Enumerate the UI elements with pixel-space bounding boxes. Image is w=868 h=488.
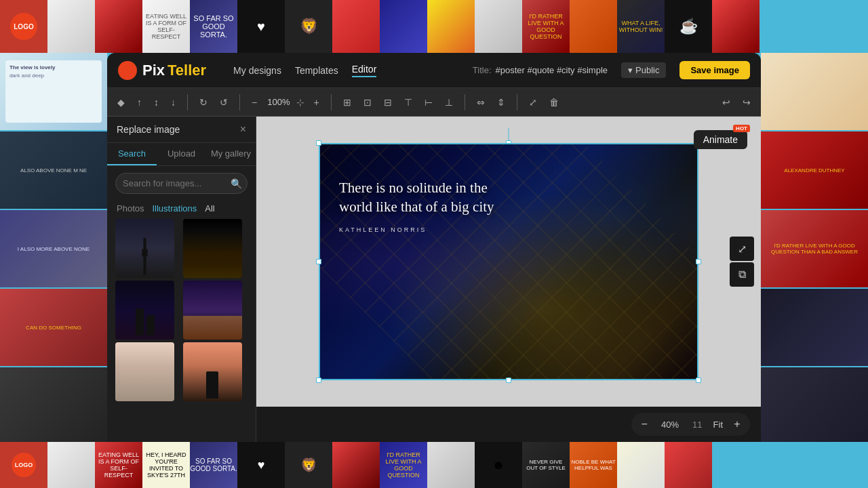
toolbar-undo[interactable]: ↩ xyxy=(719,95,734,110)
thumb-4[interactable] xyxy=(183,281,242,340)
image-grid xyxy=(107,219,256,401)
toolbar-zoom-plus-btn[interactable]: + xyxy=(310,95,322,110)
thumb-1[interactable] xyxy=(115,219,174,278)
zoom-minus-btn[interactable]: − xyxy=(635,415,653,433)
top-banner: LOGO EATING WELL IS A FORM OF SELF-RESPE… xyxy=(0,0,868,53)
bottom-item-5: ♥ xyxy=(237,442,285,488)
toolbar-expand[interactable]: ⤢ xyxy=(526,95,540,110)
bottom-item-3: HEY, I HEARD YOU'RE INVITED TO SKYE'S 27… xyxy=(142,442,190,488)
toolbar-flip-h[interactable]: ⇔ xyxy=(473,95,488,110)
replace-panel-title: Replace image xyxy=(117,124,180,135)
handle-top-left[interactable] xyxy=(316,140,321,146)
poster[interactable]: There is no solitude in the world like t… xyxy=(319,143,698,380)
toolbar-zoom-value: 100% xyxy=(267,97,290,107)
left-sidebar: The view is lovely dark and deep ALSO AB… xyxy=(0,53,107,442)
banner-item-12 xyxy=(570,0,617,53)
search-input[interactable] xyxy=(115,173,248,194)
toolbar-zoom-minus-btn[interactable]: − xyxy=(248,95,260,110)
tab-gallery[interactable]: My gallery xyxy=(206,143,256,165)
thumb-5[interactable] xyxy=(115,342,174,401)
search-box: 🔍 xyxy=(115,173,248,194)
bottom-item-8: I'D RATHER LIVE WITH A GOOD QUESTION xyxy=(380,442,427,488)
bottom-item-2: EATING WELL IS A FORM OF SELF-RESPECT xyxy=(95,442,142,488)
toolbar-align-mc[interactable]: ⊢ xyxy=(421,95,436,110)
toolbar-move-up-btn[interactable]: ↑ xyxy=(134,95,145,110)
handle-right-center[interactable] xyxy=(696,259,701,264)
toolbar-delete[interactable]: 🗑 xyxy=(546,95,562,110)
poster-wrapper: There is no solitude in the world like t… xyxy=(319,143,698,380)
bottom-item-12: NOBLE BE WHAT HELPFUL WAS xyxy=(570,442,617,488)
toolbar-shape-btn[interactable]: ◆ xyxy=(114,95,128,110)
toolbar-rotate-ccw-btn[interactable]: ↺ xyxy=(216,95,231,110)
nav-title-value: #poster #quote #city #simple xyxy=(496,65,608,75)
toolbar-align-tc[interactable]: ⊡ xyxy=(360,95,375,110)
banner-item-4: SO FAR SO GOOD SORTA. xyxy=(190,0,237,53)
filter-all[interactable]: All xyxy=(205,203,214,214)
canvas-crop-btn[interactable]: ⧉ xyxy=(730,262,754,287)
left-sidebar-item-5 xyxy=(0,367,107,442)
toolbar-sep-5 xyxy=(517,94,517,110)
bottom-item-10: ☻ xyxy=(475,442,522,488)
nav-editor[interactable]: Editor xyxy=(352,64,377,77)
canvas-right-buttons: ⤢ ⧉ xyxy=(730,237,754,287)
bottom-item-4: SO FAR SO GOOD SORTA. xyxy=(190,442,237,488)
toolbar: ◆ ↑ ↕ ↓ ↻ ↺ − 100% ⊹ + ⊞ ⊡ ⊟ ⊤ ⊢ ⊥ ⇔ ⇕ ⤢… xyxy=(107,88,761,117)
right-sidebar: ALEXANDRE DUTHNEY I'D RATHER LIVE WITH A… xyxy=(761,53,868,442)
toolbar-sep-4 xyxy=(465,94,465,110)
right-sidebar-item-5 xyxy=(761,367,868,442)
handle-bottom-center[interactable] xyxy=(506,378,511,383)
nav-templates[interactable]: Templates xyxy=(295,65,338,76)
replace-panel-header: Replace image × xyxy=(107,117,256,143)
filter-illustrations[interactable]: Illustrations xyxy=(152,203,197,214)
nav-my-designs[interactable]: My designs xyxy=(233,65,281,76)
zoom-plus-btn[interactable]: + xyxy=(728,415,746,433)
banner-item-11: I'D RATHER LIVE WITH A GOOD QUESTION xyxy=(522,0,570,53)
animate-button[interactable]: HOT Animate xyxy=(694,130,747,149)
bottom-banner: LOGO EATING WELL IS A FORM OF SELF-RESPE… xyxy=(0,442,868,488)
replace-panel-close[interactable]: × xyxy=(240,123,246,136)
save-button[interactable]: Save image xyxy=(679,61,750,79)
handle-bottom-left[interactable] xyxy=(316,378,321,383)
banner-item-1 xyxy=(47,0,95,53)
thumb-2[interactable] xyxy=(183,219,242,278)
handle-bottom-right[interactable] xyxy=(696,378,701,383)
right-sidebar-item-3: I'D RATHER LIVE WITH A GOOD QUESTION THA… xyxy=(761,210,868,287)
canvas-area: There is no solitude in the world like t… xyxy=(256,117,761,407)
banner-item-9 xyxy=(427,0,475,53)
thumb-6[interactable] xyxy=(183,342,242,401)
filter-photos[interactable]: Photos xyxy=(117,203,144,214)
right-sidebar-item-2: ALEXANDRE DUTHNEY xyxy=(761,131,868,209)
toolbar-flip-v[interactable]: ⇕ xyxy=(494,95,509,110)
toolbar-sep-2 xyxy=(239,94,240,110)
banner-logo: LOGO xyxy=(0,0,47,53)
tab-upload[interactable]: Upload xyxy=(157,143,206,165)
handle-left-center[interactable] xyxy=(316,259,321,264)
toolbar-redo[interactable]: ↪ xyxy=(739,95,754,110)
poster-author-text: KATHLEEN NORRIS xyxy=(339,226,502,233)
banner-item-6: 🦁 xyxy=(285,0,332,53)
toolbar-align-tr[interactable]: ⊟ xyxy=(380,95,395,110)
banner-item-13: WHAT A LIFE, WITHOUT WIN! xyxy=(617,0,665,53)
public-button[interactable]: ▾ Public xyxy=(621,62,666,78)
toolbar-align-tl[interactable]: ⊞ xyxy=(340,95,355,110)
bottom-item-1 xyxy=(47,442,95,488)
toolbar-rotate-cw-btn[interactable]: ↻ xyxy=(196,95,211,110)
filter-links: Photos Illustrations All xyxy=(107,201,256,219)
bottom-item-9 xyxy=(427,442,475,488)
banner-item-10 xyxy=(475,0,522,53)
bottom-banner-logo: LOGO xyxy=(0,442,47,488)
logo-pix-text: Pix xyxy=(142,62,165,79)
toolbar-move-down-btn[interactable]: ↓ xyxy=(167,95,179,110)
search-icon-button[interactable]: 🔍 xyxy=(231,178,242,189)
toolbar-updown-btn[interactable]: ↕ xyxy=(151,95,162,110)
left-sidebar-item-3: I ALSO MORE ABOVE NONE xyxy=(0,210,107,287)
toolbar-align-mr[interactable]: ⊥ xyxy=(441,95,456,110)
zoom-bar: − 40% 11 Fit + xyxy=(256,407,761,442)
thumb-3[interactable] xyxy=(115,281,174,340)
public-label: Public xyxy=(635,65,659,75)
zoom-fit-btn[interactable]: Fit xyxy=(711,420,726,430)
toolbar-align-ml[interactable]: ⊤ xyxy=(401,95,416,110)
canvas-expand-btn[interactable]: ⤢ xyxy=(730,237,754,261)
zoom-value: 40% xyxy=(656,420,684,430)
tab-search[interactable]: Search xyxy=(107,143,157,165)
